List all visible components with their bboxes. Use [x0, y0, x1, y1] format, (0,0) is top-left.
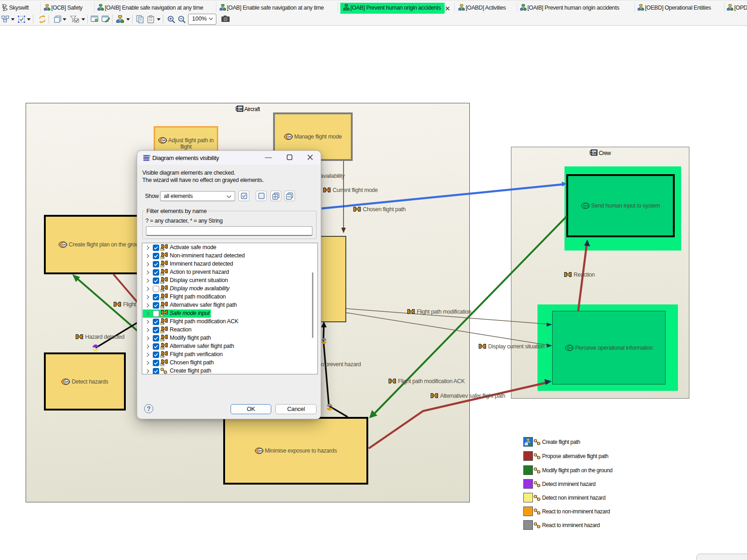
svg-text:OA: OA	[584, 204, 588, 207]
svg-text:OA: OA	[568, 347, 572, 349]
svg-text:OA: OA	[65, 380, 69, 383]
svg-text:OE: OE	[592, 151, 597, 155]
svg-text:OA: OA	[161, 139, 166, 142]
svg-text:OA: OA	[258, 449, 262, 452]
svg-text:OA: OA	[62, 243, 66, 246]
svg-text:OA: OA	[287, 135, 291, 138]
svg-text:OE: OE	[238, 107, 242, 111]
